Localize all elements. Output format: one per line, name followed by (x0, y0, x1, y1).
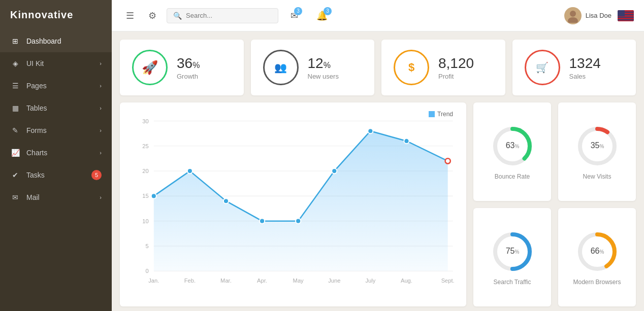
stat-card-sales: 🛒 1324 Sales (512, 40, 636, 95)
new-users-circle-icon: 👥 (263, 50, 299, 85)
svg-text:63%: 63% (505, 141, 519, 150)
svg-point-0 (570, 11, 576, 17)
search-input[interactable] (186, 12, 267, 19)
sidebar-item-tasks[interactable]: ✔ Tasks 5 (0, 164, 112, 186)
messages-button[interactable]: ✉ 3 (284, 8, 304, 23)
svg-text:May: May (293, 278, 304, 284)
svg-text:July: July (365, 278, 375, 284)
user-menu[interactable]: Lisa Doe (564, 7, 611, 24)
svg-text:Feb.: Feb. (184, 278, 196, 284)
growth-label: Growth (177, 73, 200, 80)
svg-marker-32 (154, 131, 448, 271)
sidebar-label-pages: Pages (26, 82, 47, 90)
svg-text:0: 0 (145, 268, 148, 274)
chevron-right-icon: › (100, 150, 102, 156)
new-visits-label: New Visits (583, 173, 611, 180)
svg-point-35 (223, 198, 229, 203)
uikit-icon: ◈ (10, 58, 20, 68)
charts-icon: 📈 (10, 148, 20, 158)
tasks-icon: ✔ (10, 170, 20, 180)
sidebar-label-tasks: Tasks (26, 171, 45, 179)
new-users-label: New users (308, 73, 339, 80)
tables-icon: ▦ (10, 103, 20, 113)
svg-point-40 (404, 139, 409, 144)
language-flag[interactable] (618, 10, 634, 21)
pages-icon: ☰ (10, 81, 20, 91)
bounce-rate-donut: 63% (490, 123, 535, 169)
sidebar: Kinnovative ⊞ Dashboard ◈ UI Kit › ☰ Pag… (0, 0, 112, 311)
sales-value: 1324 (569, 55, 601, 72)
trend-chart-card: Trend 30 25 20 (120, 102, 466, 306)
content-area: 🚀 36% Growth 👥 12% New users (112, 31, 644, 311)
username-label: Lisa Doe (586, 12, 611, 19)
svg-text:25: 25 (142, 143, 148, 149)
menu-toggle-button[interactable]: ☰ (122, 8, 138, 23)
modern-browsers-donut: 66% (574, 229, 620, 274)
search-traffic-label: Search Traffic (494, 279, 531, 286)
new-visits-donut: 35% (574, 123, 620, 169)
main-panel: ☰ ⚙ 🔍 ✉ 3 🔔 3 Lisa Doe (112, 0, 644, 311)
sidebar-item-dashboard[interactable]: ⊞ Dashboard (0, 30, 112, 52)
sales-label: Sales (569, 73, 601, 80)
sidebar-item-charts[interactable]: 📈 Charts › (0, 142, 112, 164)
svg-text:20: 20 (142, 168, 148, 174)
svg-text:75%: 75% (505, 247, 519, 255)
sidebar-label-mail: Mail (26, 193, 40, 201)
svg-rect-7 (618, 20, 634, 21)
profit-circle-icon: $ (394, 50, 429, 85)
svg-point-38 (332, 168, 337, 174)
svg-text:5: 5 (145, 243, 148, 249)
sidebar-label-tables: Tables (26, 104, 47, 112)
new-users-value: 12% (308, 55, 339, 72)
profit-label: Profit (438, 73, 474, 80)
svg-point-1 (568, 17, 578, 23)
notifications-button[interactable]: 🔔 3 (310, 8, 334, 23)
svg-point-37 (296, 219, 301, 224)
donut-card-search-traffic: 75% Search Traffic (473, 208, 551, 306)
chevron-right-icon: › (100, 194, 102, 200)
stat-card-new-users: 👥 12% New users (251, 40, 375, 95)
header: ☰ ⚙ 🔍 ✉ 3 🔔 3 Lisa Doe (112, 0, 644, 31)
bottom-row: Trend 30 25 20 (120, 102, 636, 306)
growth-value: 36% (177, 55, 200, 72)
modern-browsers-label: Modern Browsers (573, 279, 621, 286)
legend-box-trend (429, 111, 435, 117)
svg-point-36 (260, 219, 265, 224)
svg-text:Apr.: Apr. (257, 278, 267, 284)
svg-text:Sept.: Sept. (441, 278, 455, 284)
tasks-badge: 5 (91, 170, 102, 180)
sidebar-item-pages[interactable]: ☰ Pages › (0, 75, 112, 97)
sidebar-item-tables[interactable]: ▦ Tables › (0, 97, 112, 119)
mail-icon: ✉ (10, 192, 20, 202)
svg-point-34 (187, 168, 192, 174)
svg-text:Jan.: Jan. (148, 278, 159, 284)
svg-text:10: 10 (142, 218, 148, 224)
growth-info: 36% Growth (177, 55, 200, 80)
settings-button[interactable]: ⚙ (144, 8, 160, 23)
sales-info: 1324 Sales (569, 55, 601, 80)
chevron-right-icon: › (100, 127, 102, 133)
svg-text:Aug.: Aug. (401, 278, 412, 284)
sales-circle-icon: 🛒 (525, 50, 560, 85)
dashboard-icon: ⊞ (10, 36, 20, 46)
profit-info: 8,120 Profit (438, 55, 474, 80)
svg-text:June: June (328, 278, 340, 284)
sidebar-item-ui-kit[interactable]: ◈ UI Kit › (0, 52, 112, 75)
sidebar-item-mail[interactable]: ✉ Mail › (0, 186, 112, 209)
svg-point-41 (445, 158, 450, 163)
messages-badge: 3 (294, 7, 302, 15)
forms-icon: ✎ (10, 125, 20, 135)
svg-text:35%: 35% (590, 141, 604, 150)
search-icon: 🔍 (173, 12, 182, 20)
chevron-right-icon: › (100, 60, 102, 66)
app-logo: Kinnovative (0, 0, 112, 30)
stat-card-profit: $ 8,120 Profit (381, 40, 505, 95)
svg-text:30: 30 (142, 118, 148, 124)
chevron-right-icon: › (100, 105, 102, 111)
chevron-right-icon: › (100, 83, 102, 89)
svg-rect-8 (618, 10, 625, 16)
sidebar-item-forms[interactable]: ✎ Forms › (0, 119, 112, 142)
donut-card-new-visits: 35% New Visits (558, 102, 636, 201)
svg-text:66%: 66% (590, 247, 604, 255)
svg-rect-6 (618, 18, 634, 19)
